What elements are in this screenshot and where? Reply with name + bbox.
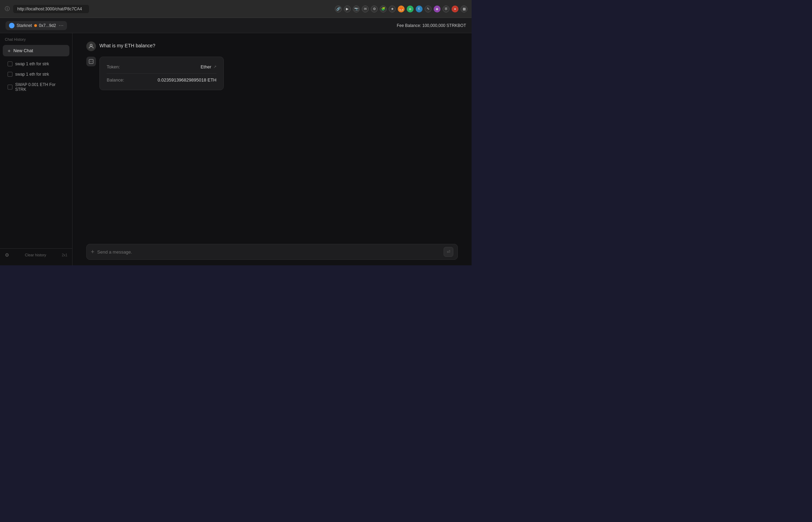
chat-item-icon bbox=[8, 61, 12, 66]
list-item[interactable]: swap 1 eth for strk bbox=[3, 59, 69, 69]
fee-balance: Fee Balance: 100,000,000 STRKBOT bbox=[397, 23, 466, 28]
browser-toolbar: 🔗 ▶ 📷 ✉ ⚙ 🧩 ★ 🦊 ◈ K ✎ ◆ ⛧ ● ▦ bbox=[335, 6, 467, 12]
network-badge[interactable]: Starknet 0x7...9d2 ⋯ bbox=[6, 21, 67, 30]
top-bar: Starknet 0x7...9d2 ⋯ Fee Balance: 100,00… bbox=[0, 18, 472, 33]
settings-icon[interactable]: ⚙ bbox=[5, 252, 9, 258]
svg-point-3 bbox=[92, 61, 93, 62]
bot-avatar bbox=[86, 57, 96, 66]
chat-messages: What is my ETH balance? Token: bbox=[72, 33, 472, 240]
external-link-icon[interactable]: ↗ bbox=[213, 65, 216, 69]
browser-chrome: ⓘ http://localhost:3000/chat/P8c7CA4 🔗 ▶… bbox=[0, 0, 472, 18]
camera-icon[interactable]: 📷 bbox=[353, 6, 360, 12]
balance-row: Balance: 0.023591396829895018 ETH bbox=[107, 76, 216, 84]
settings-icon[interactable]: ⚙ bbox=[371, 6, 378, 12]
zoom-label: 2x1 bbox=[62, 253, 67, 257]
send-icon: ⏎ bbox=[447, 249, 450, 254]
star-icon[interactable]: ★ bbox=[389, 6, 396, 12]
chat-area: What is my ETH balance? Token: bbox=[72, 33, 472, 265]
wallet-label: 0x7...9d2 bbox=[39, 23, 56, 28]
attach-icon[interactable]: + bbox=[91, 248, 95, 256]
bot-icon bbox=[88, 59, 94, 64]
balance-card: Token: Ether ↗ Balance: 0.02359139682989… bbox=[99, 57, 224, 90]
more-icon[interactable]: ⋯ bbox=[59, 23, 64, 28]
network-label: Starknet bbox=[17, 23, 32, 28]
list-item[interactable]: SWAP 0.001 ETH For STRK bbox=[3, 80, 69, 94]
sidebar: Chat History + New Chat swap 1 eth for s… bbox=[0, 33, 72, 265]
url-bar[interactable]: http://localhost:3000/chat/P8c7CA4 bbox=[13, 5, 89, 13]
balance-value: 0.023591396829895018 ETH bbox=[157, 77, 216, 83]
new-chat-label: New Chat bbox=[13, 48, 33, 53]
token-label: Token: bbox=[107, 64, 120, 69]
chat-history-list: swap 1 eth for strk swap 1 eth for strk … bbox=[0, 58, 72, 248]
chat-item-label: SWAP 0.001 ETH For STRK bbox=[15, 82, 65, 92]
user-message-text: What is my ETH balance? bbox=[99, 41, 155, 48]
puzzle-icon[interactable]: 🧩 bbox=[380, 6, 387, 12]
card-separator bbox=[107, 73, 216, 74]
video-icon[interactable]: ▶ bbox=[344, 6, 351, 12]
chat-item-label: swap 1 eth for strk bbox=[15, 61, 49, 66]
plus-icon: + bbox=[8, 48, 11, 54]
ext7-icon[interactable]: ● bbox=[452, 6, 458, 12]
new-chat-button[interactable]: + New Chat bbox=[3, 45, 69, 56]
balance-label: Balance: bbox=[107, 77, 124, 83]
chat-item-icon bbox=[8, 85, 12, 89]
app-wrapper: Starknet 0x7...9d2 ⋯ Fee Balance: 100,00… bbox=[0, 18, 472, 265]
ext6-icon[interactable]: ⛧ bbox=[443, 6, 450, 12]
chat-input-area: + ⏎ bbox=[72, 240, 472, 265]
svg-rect-1 bbox=[89, 59, 93, 64]
chat-input[interactable] bbox=[97, 249, 441, 255]
chat-item-icon bbox=[8, 72, 12, 77]
network-dot bbox=[34, 24, 37, 27]
mail-icon[interactable]: ✉ bbox=[362, 6, 369, 12]
send-button[interactable]: ⏎ bbox=[444, 247, 453, 257]
user-avatar bbox=[86, 41, 96, 51]
list-item[interactable]: swap 1 eth for strk bbox=[3, 69, 69, 79]
token-value: Ether ↗ bbox=[201, 64, 216, 69]
sidebar-header: Chat History bbox=[0, 37, 72, 45]
svg-point-0 bbox=[90, 44, 92, 46]
svg-point-2 bbox=[90, 61, 91, 62]
sidebar-bottom: ⚙ Clear history 2x1 bbox=[0, 248, 72, 261]
ext1-icon[interactable]: 🦊 bbox=[398, 6, 405, 12]
chat-input-wrapper: + ⏎ bbox=[86, 244, 458, 260]
ext2-icon[interactable]: ◈ bbox=[407, 6, 414, 12]
info-icon: ⓘ bbox=[4, 6, 10, 12]
token-row: Token: Ether ↗ bbox=[107, 63, 216, 71]
user-message: What is my ETH balance? bbox=[86, 41, 458, 51]
user-icon bbox=[88, 44, 94, 49]
clear-history-button[interactable]: Clear history bbox=[25, 253, 46, 257]
main-layout: Chat History + New Chat swap 1 eth for s… bbox=[0, 33, 472, 265]
ext4-icon[interactable]: ✎ bbox=[425, 6, 432, 12]
ext3-icon[interactable]: K bbox=[416, 6, 423, 12]
chat-item-label: swap 1 eth for strk bbox=[15, 72, 49, 77]
link-icon[interactable]: 🔗 bbox=[335, 6, 342, 12]
network-icon bbox=[9, 23, 14, 28]
bot-message: Token: Ether ↗ Balance: 0.02359139682989… bbox=[86, 57, 458, 90]
ext8-icon[interactable]: ▦ bbox=[461, 6, 467, 12]
ext5-icon[interactable]: ◆ bbox=[434, 6, 441, 12]
